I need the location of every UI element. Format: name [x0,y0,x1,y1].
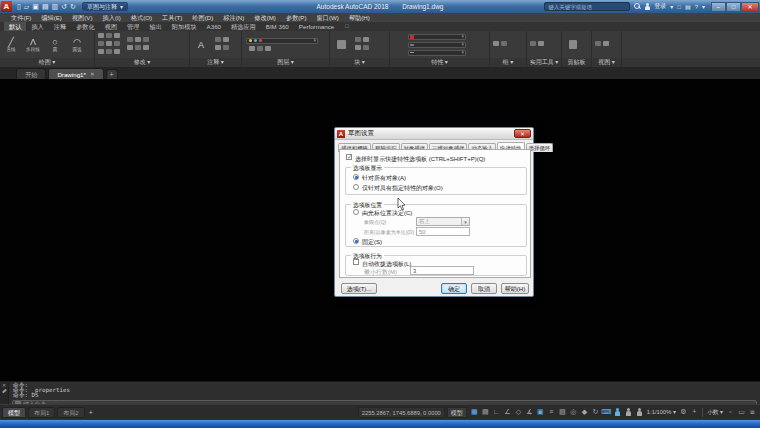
signin-chevron-icon[interactable]: ▾ [670,3,673,10]
wrench-icon[interactable] [1,389,6,394]
ribbon-tab-addins[interactable]: 附加模块 [167,22,202,31]
isolate-objects-icon[interactable]: ▫ [725,406,736,418]
fillet-icon[interactable] [114,41,120,46]
auto-collapse-checkbox[interactable] [353,259,359,265]
group-icon[interactable] [493,41,499,46]
static-radio[interactable] [353,238,359,244]
ribbon-tab-a360[interactable]: A360 [202,22,226,31]
menu-view[interactable]: 视图(V) [67,13,98,22]
layout-tab-layout2[interactable]: 布局2 [57,407,84,418]
copy-icon[interactable] [98,41,104,46]
menu-dimension[interactable]: 标注(N) [218,13,249,22]
offset-icon[interactable] [143,37,149,42]
chamfer-icon[interactable] [127,45,133,50]
ribbon-tab-output[interactable]: 输出 [144,22,166,31]
panel-label-groups[interactable]: 组 ▾ [490,58,527,67]
file-tab-start[interactable]: 开始 [16,68,46,79]
osnap-tracking-icon[interactable]: ∡ [524,406,535,418]
layer-properties-icon[interactable] [249,46,255,51]
dimension-icon[interactable] [215,37,221,42]
transparency-icon[interactable]: ▨ [557,406,568,418]
layer-off-icon[interactable] [257,46,263,51]
quadrant-dropdown[interactable]: 右上 ▾ [416,217,470,226]
menu-help[interactable]: 帮助(H) [344,13,375,22]
trim-icon[interactable] [114,33,120,38]
ribbon-tab-bim360[interactable]: BIM 360 [261,22,294,31]
stay-connected-icon[interactable]: ▤ [685,3,691,10]
object-color-dropdown[interactable]: ▾ [408,34,466,40]
add-layout-button[interactable]: + [85,409,97,416]
lineweight-dropdown[interactable]: ▾ [408,42,466,48]
ungroup-icon[interactable] [501,41,507,46]
ribbon-tab-view[interactable]: 视图 [100,22,122,31]
linetype-dropdown[interactable]: ▾ [408,50,466,56]
edit-block-icon[interactable] [363,37,369,42]
help-button[interactable]: 帮助(H) [501,283,529,294]
cancel-button[interactable]: 取消 [471,283,497,294]
close-tab-icon[interactable]: ✕ [90,69,95,80]
panel-label-view[interactable]: 视图 ▾ [592,58,622,67]
quick-calc-icon[interactable] [538,41,544,46]
search-icon[interactable] [634,3,641,10]
autodesk-app-store-icon[interactable]: □ [677,4,681,10]
minimize-button[interactable]: − [711,2,726,12]
menu-parametric[interactable]: 参数(P) [281,13,312,22]
model-space-toggle[interactable]: 模型 [447,407,467,418]
signin-label[interactable]: 登录 [654,2,666,11]
leader-icon[interactable] [223,37,229,42]
polar-tracking-icon[interactable]: ∠ [502,406,513,418]
graphics-performance-icon[interactable]: ▭ [736,406,747,418]
move-icon[interactable] [98,33,104,38]
save-as-icon[interactable]: ▤ [42,2,49,11]
measure-icon[interactable] [530,41,536,46]
defined-objects-radio[interactable] [353,184,359,190]
explode-icon[interactable] [135,37,141,42]
ribbon-tab-insert[interactable]: 插入 [26,22,48,31]
help-chevron-icon[interactable]: ▾ [702,3,705,10]
ribbon-display-toggle-icon[interactable]: □ [345,22,349,31]
snap-mode-icon[interactable]: ▤ [480,406,491,418]
menu-draw[interactable]: 绘图(D) [187,13,218,22]
panel-label-properties[interactable]: 特性 ▾ [390,58,490,67]
menu-file[interactable]: 文件(F) [6,13,36,22]
layout-tab-model[interactable]: 模型 [2,407,26,418]
blend-icon[interactable] [135,45,141,50]
new-drawing-tab-button[interactable]: + [106,69,118,79]
help-search-input[interactable] [544,2,630,11]
clean-screen-icon[interactable]: ⧈ [747,406,758,418]
show-quick-properties-checkbox[interactable]: ✓ [346,154,352,160]
workspace-gear-icon[interactable]: ⚙ [678,406,689,418]
app-logo-icon[interactable]: A [1,1,12,12]
stretch-icon[interactable] [98,49,104,54]
min-rows-field[interactable]: 3 [410,266,474,275]
annotation-scale-value[interactable]: 1:1/100% ▾ [647,409,676,415]
block-attributes-icon[interactable] [355,45,361,50]
ortho-icon[interactable]: ∟ [491,406,502,418]
dialog-close-button[interactable]: ✕ [514,129,531,138]
grid-icon[interactable]: ▦ [469,406,480,418]
selection-cycling-icon[interactable]: ◎ [568,406,579,418]
line-tool-button[interactable]: ╱ 直线 [0,37,22,52]
circle-tool-button[interactable]: ○ 圆 [44,37,66,52]
annotation-visibility-icon[interactable] [612,406,623,418]
viewcube-toggle[interactable] [603,41,609,46]
paste-button[interactable] [562,40,584,49]
panel-label-modify[interactable]: 修改 ▾ [95,58,190,67]
menu-window[interactable]: 窗口(W) [312,13,344,22]
polyline-tool-button[interactable]: Λ 多段线 [22,37,44,52]
mirror-icon[interactable] [106,41,112,46]
undo-icon[interactable]: ↺ [61,2,67,11]
menu-tools[interactable]: 工具(T) [157,13,187,22]
ucs-icon-toggle[interactable] [595,41,601,46]
dynamic-ucs-icon[interactable]: ↻ [590,406,601,418]
menu-edit[interactable]: 编辑(E) [36,13,67,22]
layer-dropdown[interactable]: ▾ [246,38,318,44]
panel-label-utilities[interactable]: 实用工具 ▾ [527,58,562,67]
lineweight-icon[interactable]: ≡ [546,406,557,418]
osnap-3d-icon[interactable]: ◆ [579,406,590,418]
panel-label-draw[interactable]: 绘图 ▾ [0,58,95,67]
dynamic-input-icon[interactable]: ⌨ [601,406,612,418]
panel-label-layers[interactable]: 图层 ▾ [242,58,330,67]
menu-format[interactable]: 格式(O) [126,13,157,22]
table-icon[interactable] [215,45,221,50]
